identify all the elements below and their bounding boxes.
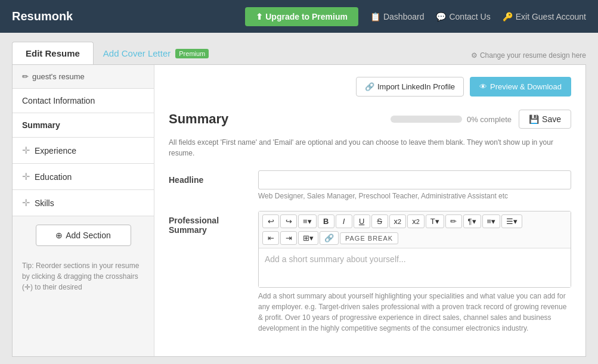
exit-label: Exit Guest Account [516, 12, 586, 21]
headline-hint: Web Designer, Sales Manager, Preschool T… [258, 192, 571, 200]
link-button[interactable]: 🔗 [320, 231, 339, 245]
sidebar-header: ✏ guest's resume [13, 65, 154, 89]
premium-badge: Premium [175, 49, 209, 58]
redo-button[interactable]: ↪ [280, 214, 297, 228]
font-size-dropdown[interactable]: T▾ [426, 214, 444, 228]
rte-hint: Add a short summary about yourself highl… [258, 291, 571, 334]
add-section-button[interactable]: ⊕ Add Section [36, 225, 131, 246]
content-topbar: Summary 0% complete 💾 Save [169, 110, 571, 129]
add-section-label: Add Section [66, 231, 111, 240]
brand-logo: Resumonk [12, 10, 73, 23]
topbar-right: 0% complete 💾 Save [391, 110, 571, 129]
exit-guest-link[interactable]: 🔑 Exit Guest Account [503, 12, 586, 21]
save-button[interactable]: 💾 Save [519, 110, 571, 129]
outdent-button[interactable]: ⇤ [262, 231, 279, 245]
preview-icon: 👁 [479, 82, 487, 91]
add-section-icon: ⊕ [55, 231, 63, 240]
settings-icon: ⚙ [471, 51, 478, 60]
resume-name: guest's resume [32, 72, 85, 81]
underline-button[interactable]: U [354, 214, 370, 228]
sidebar-item-experience[interactable]: ✛ Experience [13, 138, 154, 164]
sidebar-item-summary[interactable]: Summary [13, 113, 154, 138]
drag-icon-experience: ✛ [22, 145, 30, 156]
import-linkedin-button[interactable]: 🔗 Import LinkedIn Profile [356, 77, 464, 97]
progress-bar-bg [391, 116, 462, 123]
pencil-icon: ✏ [22, 72, 29, 81]
preview-download-label: Preview & Download [490, 82, 562, 91]
top-navigation: Resumonk ⬆ Upgrade to Premium 📋 Dashboar… [0, 0, 598, 33]
linkedin-icon: 🔗 [365, 82, 374, 91]
paragraph-dropdown[interactable]: ≡▾ [298, 214, 317, 228]
toolbar-row-1: ↩ ↪ ≡▾ B I U S x2 x2 T▾ ✏ [262, 214, 567, 228]
exit-icon: 🔑 [503, 12, 513, 21]
contact-icon: 💬 [436, 12, 446, 21]
save-label: Save [542, 114, 561, 124]
superscript-button[interactable]: x2 [407, 214, 425, 228]
form-hint: All fields except 'First name' and 'Emai… [169, 137, 571, 158]
list-dropdown[interactable]: ≡▾ [482, 214, 501, 228]
skills-label: Skills [35, 198, 54, 208]
import-linkedin-label: Import LinkedIn Profile [377, 82, 455, 91]
preview-download-button[interactable]: 👁 Preview & Download [470, 77, 571, 97]
highlight-button[interactable]: ✏ [445, 214, 462, 228]
indent-button[interactable]: ⇥ [280, 231, 297, 245]
progress-container: 0% complete [391, 115, 512, 124]
headline-row: Headline Web Designer, Sales Manager, Pr… [169, 170, 571, 200]
editor-panel: ✏ guest's resume Contact Information Sum… [12, 64, 586, 357]
rich-text-editor: ↩ ↪ ≡▾ B I U S x2 x2 T▾ ✏ [258, 211, 571, 288]
headline-input[interactable] [258, 170, 571, 189]
progress-text: 0% complete [467, 115, 512, 124]
main-container: Edit Resume Add Cover Letter Premium ⚙ C… [0, 33, 598, 364]
pro-summary-row: Professional Summary ↩ ↪ ≡▾ B I U S [169, 211, 571, 334]
experience-label: Experience [35, 146, 76, 155]
tabs-row: Edit Resume Add Cover Letter Premium ⚙ C… [12, 42, 586, 64]
rte-placeholder: Add a short summary about yourself... [265, 254, 406, 264]
headline-label: Headline [169, 170, 246, 185]
dashboard-link[interactable]: 📋 Dashboard [370, 12, 425, 21]
align-dropdown[interactable]: ☰▾ [501, 214, 522, 228]
strikethrough-button[interactable]: S [371, 214, 388, 228]
save-icon: 💾 [529, 114, 539, 124]
rte-body[interactable]: Add a short summary about yourself... [259, 248, 571, 287]
page-break-button[interactable]: PAGE BREAK [340, 232, 398, 244]
tab-edit-resume[interactable]: Edit Resume [12, 42, 94, 64]
contact-info-label: Contact Information [22, 96, 95, 105]
italic-button[interactable]: I [336, 214, 352, 228]
sidebar-item-skills[interactable]: ✛ Skills [13, 190, 154, 216]
paragraph-format-dropdown[interactable]: ¶▾ [463, 214, 481, 228]
subscript-button[interactable]: x2 [389, 214, 407, 228]
change-design-link[interactable]: ⚙ Change your resume design here [471, 51, 586, 60]
tab-add-cover-letter[interactable]: Add Cover Letter Premium [94, 42, 218, 64]
content-area: 🔗 Import LinkedIn Profile 👁 Preview & Do… [154, 65, 585, 356]
rte-toolbar: ↩ ↪ ≡▾ B I U S x2 x2 T▾ ✏ [259, 211, 571, 248]
sidebar-item-education[interactable]: ✛ Education [13, 164, 154, 190]
pro-summary-label: Professional Summary [169, 211, 246, 235]
action-bar: 🔗 Import LinkedIn Profile 👁 Preview & Do… [169, 77, 571, 102]
upgrade-button[interactable]: ⬆ Upgrade to Premium [245, 7, 358, 26]
sidebar-tip: Tip: Reorder sections in your resume by … [13, 254, 154, 298]
undo-button[interactable]: ↩ [262, 214, 279, 228]
dashboard-icon: 📋 [370, 12, 380, 21]
pro-summary-field: ↩ ↪ ≡▾ B I U S x2 x2 T▾ ✏ [258, 211, 571, 334]
headline-field: Web Designer, Sales Manager, Preschool T… [258, 170, 571, 200]
nav-links: ⬆ Upgrade to Premium 📋 Dashboard 💬 Conta… [245, 7, 586, 26]
bold-button[interactable]: B [318, 214, 334, 228]
drag-icon-education: ✛ [22, 171, 30, 182]
contact-us-link[interactable]: 💬 Contact Us [436, 12, 490, 21]
summary-label: Summary [22, 120, 60, 130]
education-label: Education [35, 172, 72, 182]
drag-icon-skills: ✛ [22, 197, 30, 209]
toolbar-row-2: ⇤ ⇥ ⊞▾ 🔗 PAGE BREAK [262, 231, 567, 245]
contact-label: Contact Us [449, 12, 490, 21]
table-dropdown[interactable]: ⊞▾ [298, 231, 318, 245]
tab-cover-letter-label: Add Cover Letter [103, 48, 171, 58]
section-title: Summary [169, 111, 228, 127]
import-preview-bar: 🔗 Import LinkedIn Profile 👁 Preview & Do… [356, 77, 571, 97]
sidebar-item-contact[interactable]: Contact Information [13, 89, 154, 113]
sidebar: ✏ guest's resume Contact Information Sum… [13, 65, 154, 356]
tabs-left: Edit Resume Add Cover Letter Premium [12, 42, 218, 64]
dashboard-label: Dashboard [383, 12, 425, 21]
